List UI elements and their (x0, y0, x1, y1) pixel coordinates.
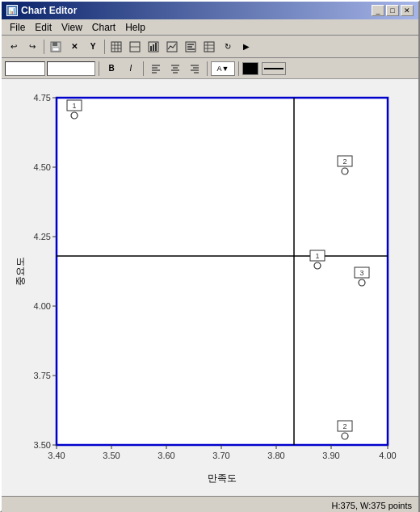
separator-2 (104, 40, 105, 54)
separator-4 (143, 61, 144, 76)
y-button[interactable]: Y (84, 38, 102, 56)
toolbar-main: ↩ ↪ ✕ Y ↻ ▶ (2, 36, 418, 58)
right-button[interactable]: ▶ (237, 38, 255, 56)
svg-text:3.50: 3.50 (103, 451, 120, 460)
svg-text:중요도: 중요도 (15, 257, 26, 286)
title-bar-left: 📊 Chart Editor (6, 5, 77, 16)
chart-svg: 3.40 3.50 3.60 3.70 3.80 3.90 4.00 3.50 (12, 86, 408, 489)
svg-rect-3 (111, 42, 121, 52)
italic-button[interactable]: I (122, 60, 140, 78)
svg-text:3.60: 3.60 (158, 451, 174, 460)
bold-button[interactable]: B (103, 60, 120, 78)
svg-rect-35 (57, 98, 388, 445)
svg-point-77 (359, 279, 365, 286)
chart-area: 3.40 3.50 3.60 3.70 3.80 3.90 4.00 3.50 (2, 79, 418, 496)
line-chart-button[interactable] (163, 38, 181, 56)
minimize-button[interactable]: _ (372, 5, 384, 16)
svg-text:4.75: 4.75 (34, 93, 51, 103)
svg-text:3.40: 3.40 (48, 451, 65, 460)
title-bar: 📊 Chart Editor _ □ ✕ (2, 2, 418, 19)
status-text: H:375, W:375 points (332, 501, 412, 510)
svg-text:1: 1 (72, 102, 76, 110)
svg-point-80 (342, 433, 348, 439)
line-style-picker[interactable] (262, 62, 286, 75)
align-left-button[interactable] (147, 60, 165, 78)
svg-text:3.80: 3.80 (267, 451, 284, 460)
svg-text:4.25: 4.25 (34, 232, 51, 241)
title-buttons: _ □ ✕ (372, 5, 414, 16)
svg-text:4.00: 4.00 (34, 301, 51, 311)
undo-button[interactable]: ↩ (5, 38, 23, 56)
align-right-button[interactable] (186, 60, 204, 78)
separator-5 (207, 61, 208, 76)
svg-text:2: 2 (342, 422, 346, 430)
svg-point-74 (314, 262, 321, 269)
window-icon: 📊 (6, 5, 18, 16)
font-size-input[interactable] (5, 61, 45, 76)
svg-text:4.00: 4.00 (379, 451, 396, 460)
font-size-dropdown[interactable]: A▼ (211, 61, 235, 76)
separator-3 (99, 61, 99, 76)
menu-help[interactable]: Help (120, 20, 150, 35)
svg-rect-19 (204, 42, 214, 52)
chart-container[interactable]: 3.40 3.50 3.60 3.70 3.80 3.90 4.00 3.50 (12, 86, 408, 489)
maximize-button[interactable]: □ (386, 5, 399, 16)
toolbar-format: B I A▼ (2, 58, 418, 79)
x-button[interactable]: ✕ (65, 38, 83, 56)
layout-button[interactable] (126, 38, 144, 56)
menu-view[interactable]: View (57, 20, 87, 35)
window-title: Chart Editor (21, 5, 77, 16)
chart-type-button[interactable] (145, 38, 162, 56)
svg-text:2: 2 (342, 157, 346, 166)
close-button[interactable]: ✕ (401, 5, 414, 16)
svg-point-71 (342, 168, 348, 174)
menu-file[interactable]: File (5, 20, 30, 35)
save-button[interactable] (47, 38, 65, 56)
color-picker[interactable] (242, 62, 258, 75)
align-center-button[interactable] (166, 60, 184, 78)
svg-rect-2 (52, 48, 59, 51)
svg-text:3.50: 3.50 (34, 440, 51, 450)
menu-bar: File Edit View Chart Help (2, 19, 418, 36)
svg-text:3: 3 (359, 269, 363, 277)
svg-text:만족도: 만족도 (208, 472, 237, 484)
svg-text:1: 1 (315, 252, 319, 260)
data-button[interactable] (200, 38, 218, 56)
menu-edit[interactable]: Edit (30, 20, 57, 35)
svg-rect-11 (150, 46, 152, 51)
svg-rect-1 (52, 42, 57, 46)
redo-button[interactable]: ↪ (23, 38, 41, 56)
svg-text:4.50: 4.50 (34, 162, 51, 172)
separator-6 (238, 61, 239, 76)
refresh-button[interactable]: ↻ (219, 38, 237, 56)
separator-1 (44, 40, 44, 54)
grid-button[interactable] (107, 38, 125, 56)
main-window: 📊 Chart Editor _ □ ✕ File Edit View Char… (0, 0, 420, 512)
menu-chart[interactable]: Chart (87, 20, 120, 35)
svg-rect-12 (153, 44, 154, 51)
bar-chart-button[interactable] (182, 38, 200, 56)
svg-text:3.90: 3.90 (322, 451, 339, 460)
svg-text:3.70: 3.70 (212, 451, 229, 460)
svg-rect-13 (155, 43, 157, 51)
svg-point-68 (71, 112, 78, 119)
font-name-input[interactable] (47, 61, 95, 76)
status-bar: H:375, W:375 points (2, 496, 418, 512)
svg-text:3.75: 3.75 (34, 371, 51, 380)
